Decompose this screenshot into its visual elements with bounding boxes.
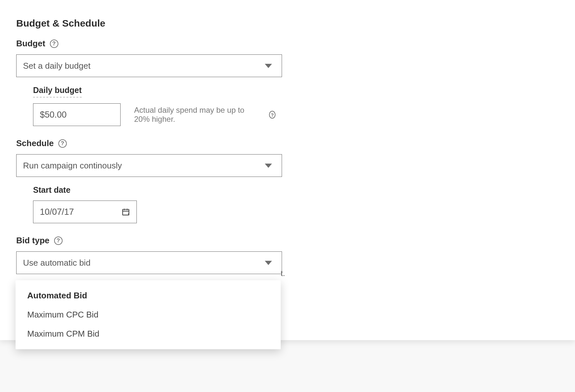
help-icon[interactable]: ? (58, 139, 67, 148)
daily-budget-row: $50.00 Actual daily spend may be up to 2… (33, 103, 276, 126)
chevron-down-icon (265, 261, 272, 265)
chevron-down-icon (265, 64, 272, 68)
daily-budget-value: $50.00 (40, 110, 67, 120)
daily-budget-block: Daily budget $50.00 Actual daily spend m… (33, 86, 276, 126)
help-icon[interactable]: ? (269, 111, 276, 119)
bid-type-label: Bid type (16, 236, 50, 246)
budget-select-value: Set a daily budget (23, 61, 90, 71)
bid-type-label-row: Bid type ? (16, 236, 276, 246)
budget-label-row: Budget ? (16, 39, 276, 49)
bid-type-option[interactable]: Maximum CPC Bid (16, 305, 281, 324)
start-date-label: Start date (33, 185, 276, 195)
daily-budget-hint: Actual daily spend may be up to 20% high… (134, 106, 255, 124)
schedule-select-value: Run campaign continously (23, 161, 122, 171)
help-icon[interactable]: ? (54, 236, 63, 245)
budget-select[interactable]: Set a daily budget (16, 54, 282, 77)
budget-schedule-form: Budget & Schedule Budget ? Set a daily b… (0, 0, 292, 274)
bid-type-select-value: Use automatic bid (23, 258, 90, 268)
schedule-label: Schedule (16, 138, 54, 148)
bid-type-select[interactable]: Use automatic bid (16, 251, 282, 274)
schedule-field: Schedule ? Run campaign continously Star… (16, 138, 276, 223)
budget-field: Budget ? Set a daily budget Daily budget… (16, 39, 276, 126)
daily-budget-input[interactable]: $50.00 (33, 103, 121, 126)
calendar-icon (122, 208, 130, 216)
help-icon[interactable]: ? (50, 40, 58, 48)
schedule-select[interactable]: Run campaign continously (16, 154, 282, 177)
svg-rect-0 (123, 209, 129, 215)
chevron-down-icon (265, 164, 272, 168)
daily-budget-label: Daily budget (33, 86, 82, 98)
section-title: Budget & Schedule (16, 18, 276, 29)
start-date-block: Start date 10/07/17 (33, 185, 276, 223)
start-date-input[interactable]: 10/07/17 (33, 201, 137, 223)
bid-type-option[interactable]: Automated Bid (16, 286, 281, 305)
start-date-value: 10/07/17 (40, 207, 74, 217)
bid-type-option[interactable]: Maximum CPM Bid (16, 324, 281, 343)
bid-type-dropdown: Automated BidMaximum CPC BidMaximum CPM … (16, 280, 281, 349)
budget-label: Budget (16, 39, 45, 49)
truncated-background-text: t. (281, 269, 285, 278)
schedule-label-row: Schedule ? (16, 138, 276, 148)
bid-type-field: Bid type ? Use automatic bid t. Automate… (16, 236, 276, 274)
